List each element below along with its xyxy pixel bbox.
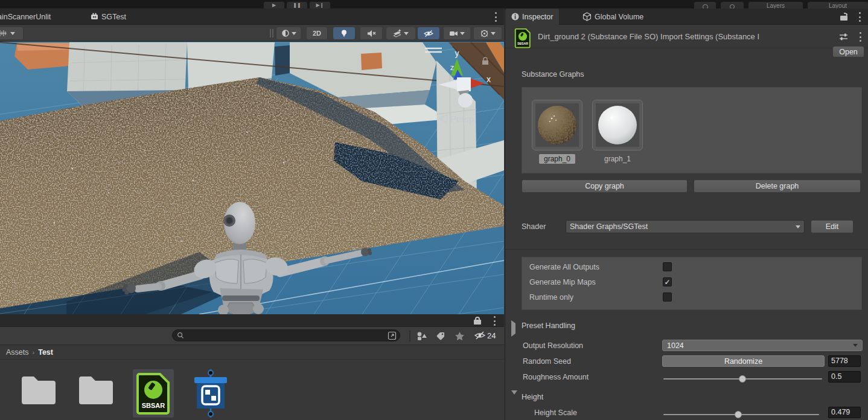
2d-toggle-button[interactable]: 2D — [307, 27, 327, 39]
folder-icon[interactable] — [19, 373, 58, 405]
gizmo-y-label: y — [455, 48, 459, 58]
lock-icon[interactable] — [474, 317, 481, 325]
shader-graph-tab-icon — [91, 13, 98, 21]
sbsar-badge-text: SBSAR — [517, 42, 528, 45]
layout-label: Layout — [829, 2, 847, 8]
gizmo-center-cube[interactable] — [457, 77, 471, 91]
roughness-slider[interactable] — [663, 378, 822, 380]
persp-label: Persp — [450, 114, 474, 124]
output-resolution-value: 1024 — [667, 341, 684, 350]
substance-graphs-section-label: Substance Graphs — [522, 70, 584, 79]
scene-lighting-toggle[interactable] — [333, 27, 355, 39]
generate-all-outputs-checkbox[interactable] — [663, 262, 672, 271]
tab-inspector[interactable]: Inspector — [505, 8, 559, 25]
height-section-foldout[interactable]: Height — [522, 393, 543, 401]
generate-mip-maps-checkbox[interactable]: ✓ — [663, 277, 672, 286]
output-resolution-dropdown[interactable]: 1024 — [662, 340, 863, 351]
play-button[interactable]: ▶ — [264, 2, 284, 8]
gizmos-button[interactable] — [474, 27, 502, 39]
asset-sbsar-selected-tile[interactable]: SBSAR — [133, 369, 174, 418]
height-scale-slider[interactable] — [663, 414, 819, 415]
white-sphere-preview — [596, 103, 639, 147]
pane-menu-kebab-icon[interactable] — [494, 12, 497, 22]
draw-mode-button[interactable] — [276, 27, 301, 39]
folder-icon[interactable] — [77, 373, 115, 405]
copy-graph-button[interactable]: Copy graph — [522, 179, 688, 193]
shader-dropdown[interactable]: Shader Graphs/SGTest — [566, 220, 805, 233]
step-button[interactable]: ▶❙ — [310, 2, 330, 8]
inspector-lock-icon[interactable] — [840, 13, 847, 21]
foldout-arrow-icon[interactable] — [511, 323, 515, 334]
toolbar-drag-handle[interactable] — [272, 29, 273, 37]
audio-toggle-button[interactable] — [360, 27, 382, 39]
breadcrumb-current[interactable]: Test — [38, 348, 53, 357]
lightbulb-icon — [340, 29, 348, 37]
divider — [505, 249, 868, 250]
roughness-amount-label: Roughness Amount — [523, 373, 589, 381]
star-icon[interactable] — [455, 331, 465, 341]
gizmo-front-sphere[interactable] — [458, 93, 473, 108]
option-label: Runtime only — [529, 293, 573, 302]
edit-shader-button[interactable]: Edit — [811, 220, 854, 233]
graph-0-thumbnail[interactable] — [532, 100, 582, 150]
tab-sgtest[interactable]: SGTest — [85, 8, 132, 25]
tool-settings-button[interactable] — [0, 27, 23, 39]
delete-graph-button[interactable]: Delete graph — [694, 179, 861, 193]
asset-grid: SBSAR Dirt_ground 2 — [0, 360, 504, 420]
roughness-amount-field[interactable]: 0.5 — [828, 371, 861, 383]
scene-render: y z x Persp — [0, 42, 504, 314]
eye-slash-icon — [424, 30, 433, 37]
account-icon — [703, 4, 708, 8]
foldout-arrow-icon[interactable] — [511, 395, 517, 405]
runtime-only-checkbox[interactable] — [663, 292, 672, 302]
scene-view-3d[interactable]: y z x Persp — [0, 42, 504, 314]
preset-sliders-icon[interactable] — [839, 33, 848, 41]
open-search-window-icon[interactable] — [388, 331, 397, 340]
roughness-slider-handle[interactable] — [739, 375, 746, 383]
option-label: Generate All Outputs — [529, 263, 599, 271]
camera-settings-button[interactable] — [444, 27, 470, 39]
toolbar-drag-handle[interactable] — [270, 29, 271, 37]
tab-global-volume[interactable]: Global Volume — [576, 8, 649, 25]
graph-1-thumbnail[interactable] — [592, 100, 643, 150]
graph-0-label[interactable]: graph_0 — [532, 154, 582, 164]
audio-muted-icon — [367, 30, 376, 37]
tool-ticks-icon — [0, 30, 8, 37]
inspector-pane: Inspector Global Volume SBSAR Dirt_groun… — [505, 8, 868, 420]
step-icon: ▶❙ — [316, 2, 324, 8]
scene-view-toolbar: 2D — [0, 25, 504, 42]
effects-icon — [393, 29, 402, 37]
breadcrumb-root[interactable]: Assets — [6, 348, 29, 357]
height-scale-field[interactable]: 0.479 — [828, 407, 861, 418]
header-kebab-icon[interactable] — [859, 32, 861, 42]
inspector-menu-kebab-icon[interactable] — [858, 12, 861, 22]
search-by-type-icon[interactable] — [416, 331, 427, 341]
tag-icon[interactable] — [436, 331, 445, 341]
tab-label: Inspector — [522, 13, 553, 21]
search-everywhere-button[interactable] — [721, 2, 744, 8]
hidden-count-indicator[interactable]: 24 — [474, 331, 496, 340]
tab-terrainscannerunlit[interactable]: ainScannerUnlit — [0, 8, 57, 25]
scene-visibility-toggle[interactable] — [418, 27, 439, 39]
layout-dropdown[interactable]: Layout — [808, 2, 868, 8]
generate-options-box: Generate All Outputs Generate Mip Maps ✓… — [522, 257, 862, 310]
shader-graph-asset-icon[interactable] — [192, 368, 229, 419]
chevron-down-icon — [853, 344, 858, 347]
graph-1-label[interactable]: graph_1 — [592, 154, 643, 164]
project-search-field[interactable] — [172, 329, 400, 341]
layers-dropdown[interactable]: Layers — [748, 2, 803, 8]
preset-handling-foldout[interactable]: Preset Handling — [522, 321, 575, 330]
shader-dropdown-value: Shader Graphs/SGTest — [570, 222, 648, 231]
random-seed-field[interactable]: 5778 — [828, 355, 861, 367]
effects-toggle-button[interactable] — [386, 27, 415, 39]
project-menu-kebab-icon[interactable] — [493, 316, 496, 326]
height-scale-slider-handle[interactable] — [735, 411, 742, 418]
search-input[interactable] — [184, 331, 388, 340]
account-button[interactable] — [694, 2, 716, 8]
randomize-button[interactable]: Randomize — [662, 355, 825, 367]
open-button[interactable]: Open — [832, 46, 864, 57]
sbsar-badge-text: SBSAR — [142, 402, 165, 409]
option-label: Generate Mip Maps — [529, 278, 596, 286]
pause-button[interactable]: ❚❚ — [287, 2, 307, 8]
sbsar-file-icon: SBSAR — [136, 372, 171, 415]
